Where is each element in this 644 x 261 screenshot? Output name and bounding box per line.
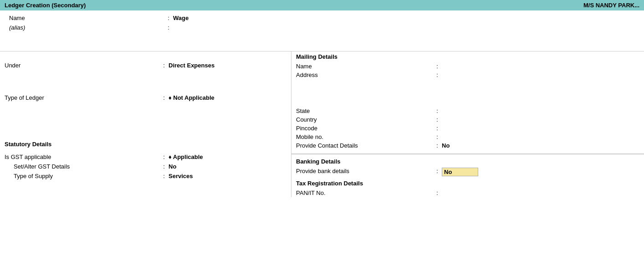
setalter-label: Set/Alter GST Details [5, 163, 159, 170]
setalter-row: Set/Alter GST Details : No [0, 162, 291, 171]
name-value[interactable]: Wage [173, 15, 189, 21]
type-row: Type of Ledger : ♦ Not Applicable [0, 93, 291, 102]
mailing-title: Mailing Details [291, 51, 644, 62]
supply-label: Type of Supply [5, 173, 159, 179]
bank-details-value[interactable]: No [442, 168, 478, 176]
main-content: Under : Direct Expenses Type of Ledger :… [0, 51, 644, 197]
supply-colon: : [159, 173, 169, 179]
provide-contact-value[interactable]: No [442, 142, 450, 149]
banking-title: Banking Details [291, 156, 644, 167]
pan-label: PAN/IT No. [296, 189, 433, 196]
statutory-title: Statutory Details [0, 139, 291, 149]
header-right: M/S NANDY PARK... [583, 2, 639, 9]
provide-contact-row: Provide Contact Details : No [291, 141, 644, 150]
mobile-label: Mobile no. [296, 133, 433, 140]
under-label: Under [5, 62, 159, 69]
type-label: Type of Ledger [5, 94, 159, 101]
pincode-row: Pincode : [291, 124, 644, 133]
tax-section: Tax Registration Details PAN/IT No. : [291, 177, 644, 197]
type-value[interactable]: ♦ Not Applicable [169, 94, 215, 101]
type-colon: : [159, 94, 169, 101]
bank-details-label: Provide bank details [296, 168, 433, 174]
setalter-colon: : [159, 163, 169, 170]
diamond-gst-icon: ♦ [169, 154, 173, 160]
mailing-name-row: Name : [291, 62, 644, 71]
mobile-row: Mobile no. : [291, 133, 644, 141]
gst-row: Is GST applicable : ♦ Applicable [0, 152, 291, 162]
tax-title: Tax Registration Details [291, 178, 644, 189]
supply-value[interactable]: Services [169, 173, 193, 179]
pincode-label: Pincode [296, 125, 433, 132]
alias-row: (alias) : [5, 23, 639, 32]
setalter-value[interactable]: No [169, 163, 176, 170]
under-value[interactable]: Direct Expenses [169, 62, 215, 69]
name-label: Name [9, 15, 164, 21]
name-colon: : [164, 15, 173, 21]
right-panel: Mailing Details Name : Address : State :… [291, 51, 644, 197]
gst-colon: : [159, 154, 169, 160]
name-row: Name : Wage [5, 13, 639, 23]
address-row: Address : [291, 71, 644, 79]
header-bar: Ledger Creation (Secondary) M/S NANDY PA… [0, 0, 644, 10]
banking-section: Banking Details Provide bank details : N… [291, 154, 644, 177]
diamond-icon: ♦ [169, 94, 173, 101]
header-left: Ledger Creation (Secondary) [5, 2, 86, 9]
left-panel: Under : Direct Expenses Type of Ledger :… [0, 51, 291, 197]
alias-label: (alias) [9, 24, 164, 31]
mailing-name-label: Name [296, 63, 433, 70]
pan-row: PAN/IT No. : [291, 189, 644, 197]
state-row: State : [291, 107, 644, 115]
under-row: Under : Direct Expenses [0, 61, 291, 70]
mailing-section: Mailing Details Name : Address : State :… [291, 51, 644, 154]
state-label: State [296, 107, 433, 114]
provide-contact-label: Provide Contact Details [296, 142, 433, 149]
alias-colon: : [164, 24, 173, 31]
gst-label: Is GST applicable [5, 154, 159, 160]
address-label: Address [296, 72, 433, 78]
under-colon: : [159, 62, 169, 69]
bank-details-row: Provide bank details : No [291, 167, 644, 177]
supply-row: Type of Supply : Services [0, 171, 291, 181]
country-label: Country [296, 116, 433, 123]
country-row: Country : [291, 115, 644, 124]
top-section: Name : Wage (alias) : [0, 10, 644, 51]
gst-value[interactable]: ♦ Applicable [169, 154, 203, 160]
